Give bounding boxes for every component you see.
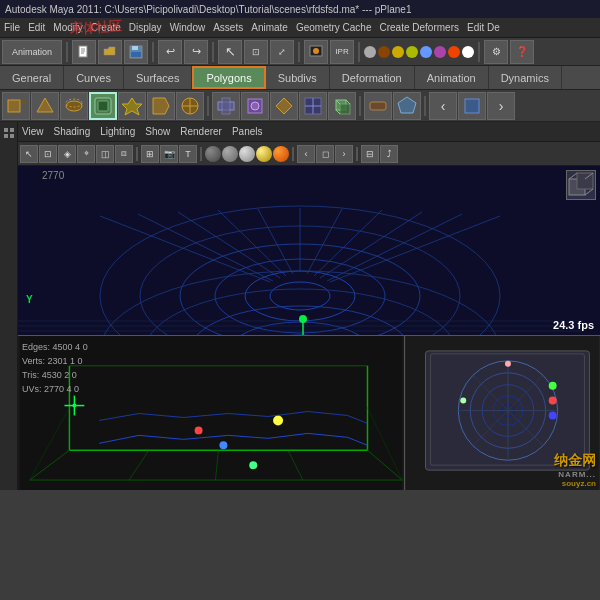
svg-point-94 [249,461,257,469]
vp-btn-3[interactable]: ◈ [58,145,76,163]
vp-arrow-left-btn[interactable]: ‹ [297,145,315,163]
bottom-right-viewport[interactable]: 纳金网 NARM... souyz.cn [405,335,600,490]
poly-tool-6[interactable] [147,92,175,120]
save-file-btn[interactable] [124,40,148,64]
color-swatch-purple[interactable] [434,46,446,58]
redo-btn[interactable]: ↪ [184,40,208,64]
poly-tool-12[interactable] [364,92,392,120]
nav-prev-btn[interactable]: ‹ [429,92,457,120]
poly-tool-11[interactable] [299,92,327,120]
poly-tool-5[interactable] [118,92,146,120]
svg-point-12 [66,101,82,111]
poly-tool-13[interactable] [393,92,421,120]
color-swatch-red[interactable] [448,46,460,58]
poly-tool-7[interactable] [176,92,204,120]
shade-lit-btn[interactable] [273,146,289,162]
color-swatch-gray[interactable] [364,46,376,58]
menu-lighting[interactable]: Lighting [100,126,135,137]
vp-share-btn[interactable]: ⤴ [380,145,398,163]
ipr-btn[interactable]: IPR [330,40,354,64]
open-file-btn[interactable] [98,40,122,64]
color-swatch-green[interactable] [406,46,418,58]
poly-extrude-btn[interactable] [328,92,356,120]
svg-line-31 [336,110,340,114]
poly-tool-3[interactable] [60,92,88,120]
tab-dynamics[interactable]: Dynamics [489,66,562,89]
menu-file[interactable]: File [4,22,20,33]
extra-btn-2[interactable]: ❓ [510,40,534,64]
new-file-btn[interactable] [72,40,96,64]
nav-cube[interactable] [566,170,596,200]
vp-sq-btn[interactable]: ◻ [316,145,334,163]
color-swatch-brown[interactable] [378,46,390,58]
poly-tool-9[interactable] [241,92,269,120]
select-tool-btn[interactable]: ↖ [218,40,242,64]
viewport-toolbar: ↖ ⊡ ◈ ⌖ ◫ ⧈ ⊞ 📷 T ‹ ◻ › ⊟ ⤴ [18,142,600,166]
nav-next-btn[interactable]: › [487,92,515,120]
menu-panels[interactable]: Panels [232,126,263,137]
poly-tool-4[interactable] [89,92,117,120]
menu-edit[interactable]: Edit [28,22,45,33]
poly-tool-10[interactable] [270,92,298,120]
svg-marker-16 [122,98,142,115]
vp-btn-4[interactable]: ⌖ [77,145,95,163]
tab-subdivs[interactable]: Subdivs [266,66,330,89]
tab-animation[interactable]: Animation [415,66,489,89]
menu-create-deformers[interactable]: Create Deformers [380,22,459,33]
vp-grid-btn[interactable]: ⊞ [141,145,159,163]
shade-flat-btn[interactable] [222,146,238,162]
svg-rect-28 [340,104,350,114]
nav-icon-btn[interactable] [458,92,486,120]
svg-point-120 [505,361,511,367]
transform-tool-btn[interactable]: ⤢ [270,40,294,64]
menu-window[interactable]: Window [170,22,206,33]
sep-poly-2 [359,96,361,116]
tab-general[interactable]: General [0,66,64,89]
tab-polygons[interactable]: Polygons [192,66,265,89]
vp-btn-6[interactable]: ⧈ [115,145,133,163]
svg-rect-15 [98,101,108,111]
vp-btn-7[interactable]: T [179,145,197,163]
color-swatch-blue[interactable] [420,46,432,58]
color-swatch-white[interactable] [462,46,474,58]
vp-camera-btn[interactable]: 📷 [160,145,178,163]
menu-view[interactable]: View [22,126,44,137]
shade-smooth-btn[interactable] [239,146,255,162]
tab-surfaces[interactable]: Surfaces [124,66,192,89]
shade-textured-btn[interactable] [256,146,272,162]
vp-arrow-right-btn[interactable]: › [335,145,353,163]
menu-assets[interactable]: Assets [213,22,243,33]
render-view-btn[interactable] [304,40,328,64]
snap-btn[interactable] [2,126,16,140]
poly-tool-1[interactable] [2,92,30,120]
vp-btn-2[interactable]: ⊡ [39,145,57,163]
menu-animate[interactable]: Animate [251,22,288,33]
lasso-tool-btn[interactable]: ⊡ [244,40,268,64]
poly-tool-2[interactable] [31,92,59,120]
tab-curves[interactable]: Curves [64,66,124,89]
color-swatch-yellow[interactable] [392,46,404,58]
vp-btn-5[interactable]: ◫ [96,145,114,163]
tab-deformation[interactable]: Deformation [330,66,415,89]
top-3d-viewport[interactable]: 2770 Y 24.3 fps [18,166,600,335]
svg-line-30 [346,100,350,104]
menu-show[interactable]: Show [145,126,170,137]
extra-btn-1[interactable]: ⚙ [484,40,508,64]
menu-modify[interactable]: Modify [53,22,82,33]
viewport-menu-bar: View Shading Lighting Show Renderer Pane… [18,122,600,142]
svg-rect-36 [10,128,14,132]
menu-display[interactable]: Display [129,22,162,33]
menu-edit-de[interactable]: Edit De [467,22,500,33]
menu-geocache[interactable]: Geometry Cache [296,22,372,33]
bottom-viewports: Edges: 4500 4 0 Verts: 2301 1 0 Tris: 45… [18,335,600,490]
menu-shading[interactable]: Shading [54,126,91,137]
shade-none-btn[interactable] [205,146,221,162]
menu-create[interactable]: Create [91,22,121,33]
vp-layout-btn[interactable]: ⊟ [361,145,379,163]
undo-btn[interactable]: ↩ [158,40,182,64]
vp-select-btn[interactable]: ↖ [20,145,38,163]
bottom-left-viewport[interactable]: Edges: 4500 4 0 Verts: 2301 1 0 Tris: 45… [18,335,405,490]
poly-tool-8[interactable] [212,92,240,120]
workspace-dropdown[interactable]: Animation [2,40,62,64]
menu-renderer[interactable]: Renderer [180,126,222,137]
